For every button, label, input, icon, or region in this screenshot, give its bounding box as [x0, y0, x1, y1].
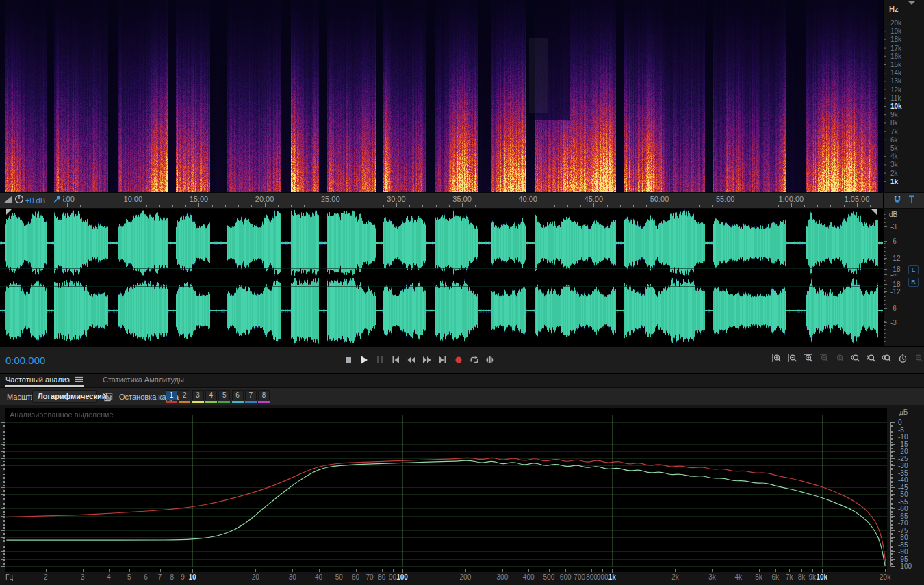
hz-scale-label: 13k [890, 77, 901, 85]
scale-menu-arrow-icon[interactable] [908, 1, 915, 5]
timeline-scale[interactable]: 5:0010:0015:0020:0025:0030:0035:0040:004… [0, 193, 883, 208]
panel-menu-icon[interactable] [75, 376, 83, 384]
zoom-in-horizontal-icon [771, 353, 782, 367]
tab-frequency-analysis[interactable]: Частотный анализ [5, 376, 83, 384]
timeline-label: 1:05:00 [845, 195, 870, 203]
transport-buttons [341, 353, 497, 367]
selection-handle-left[interactable] [6, 209, 12, 215]
zoom-full-icon [834, 353, 845, 367]
timeline-tick [726, 203, 726, 207]
zoom-in-vertical-icon [803, 353, 814, 367]
zoom-in-vertical-button[interactable] [801, 353, 815, 367]
db-axis-label: -20 [898, 447, 908, 455]
analyzed-selection-label: Анализированное выделение [10, 411, 114, 419]
playhead-jump-button[interactable] [483, 353, 497, 367]
hz-axis-label: 8 [170, 573, 175, 581]
hz-axis-label: 50 [335, 573, 343, 581]
loop-playback-button[interactable] [467, 353, 481, 367]
db-axis-label: -100 [898, 562, 912, 570]
channel-button-r[interactable]: R [908, 278, 919, 287]
timeline-tick [607, 205, 608, 207]
play-button[interactable] [357, 353, 371, 367]
pin-icon[interactable] [53, 194, 62, 207]
tab-amplitude-statistics[interactable]: Статистика Амплитуды [103, 376, 184, 384]
rewind-button[interactable] [404, 353, 418, 367]
timeline-tick [462, 203, 463, 207]
zoom-out-point-button[interactable] [864, 353, 878, 367]
skip-to-end-button[interactable] [435, 353, 450, 367]
hz-scale-label: 17k [890, 44, 901, 51]
timeline-tick [567, 205, 568, 207]
hz-scale-label: 8k [890, 119, 898, 127]
timeline-tick [383, 205, 384, 207]
timeline-tick [357, 205, 357, 207]
hz-axis-label: 3 [81, 573, 85, 581]
timeline-tick [475, 205, 476, 207]
stop-icon [343, 354, 354, 365]
zoom-in-horizontal-button[interactable] [769, 353, 784, 367]
fast-forward-icon [422, 354, 433, 365]
timeline-label: 55:00 [716, 195, 735, 203]
frame-color-bar [218, 401, 230, 403]
zoom-full-button[interactable] [832, 353, 847, 367]
hz-axis-label: 400 [523, 573, 535, 581]
db-axis-label: -30 [898, 462, 908, 469]
db-axis-label: -50 [898, 491, 908, 498]
timeline-tick [370, 205, 370, 207]
zoom-last-button[interactable] [911, 353, 924, 367]
hz-scale-label: 6k [890, 135, 898, 143]
hz-scale-label: 4k [890, 153, 898, 160]
gain-unit: dB [36, 196, 45, 205]
hz-axis-label: 200 [460, 573, 472, 581]
copy-data-icon[interactable] [102, 391, 114, 403]
time-display[interactable]: 0:00.000 [5, 354, 45, 366]
hz-axis-label: 9k [808, 573, 816, 581]
timeline-tick [251, 205, 252, 207]
magnet-icon[interactable] [893, 194, 902, 207]
stop-button[interactable] [341, 353, 355, 367]
selection-handle-right[interactable] [871, 209, 877, 215]
waveform-display[interactable] [0, 209, 883, 346]
divider [49, 195, 49, 206]
frame-stop-button-6[interactable]: 6 [232, 390, 244, 400]
hz-axis-label: 4 [107, 573, 111, 581]
fast-forward-button[interactable] [420, 353, 434, 367]
zoom-out-vertical-button[interactable] [817, 353, 831, 367]
skip-to-start-button[interactable] [388, 353, 402, 367]
frequency-scale[interactable]: Hz 20k19k18k17k16k15k14k13k12k11k10k9k8k… [883, 0, 924, 192]
frame-stop-button-1[interactable]: 1 [166, 390, 177, 400]
scale-dropdown[interactable]: Логарифмический [32, 390, 97, 403]
frame-stop-button-3[interactable]: 3 [192, 390, 204, 400]
spectrogram-display[interactable] [0, 0, 883, 192]
db-axis-label: -25 [898, 454, 908, 462]
zoom-in-point-button[interactable] [848, 353, 862, 367]
pause-button[interactable] [372, 353, 387, 367]
frame-color-bar [192, 401, 204, 403]
zoom-out-horizontal-button[interactable] [785, 353, 799, 367]
frame-color-bar [232, 401, 244, 403]
frequency-plot[interactable] [5, 408, 887, 572]
marker-icon[interactable] [908, 194, 916, 207]
record-button[interactable] [451, 353, 465, 367]
frame-stop-button-8[interactable]: 8 [258, 390, 270, 400]
zoom-out-vertical-icon [819, 353, 830, 367]
fade-envelope-icon[interactable] [3, 194, 12, 207]
timeline-tick [291, 205, 292, 207]
timeline-tick [212, 205, 213, 207]
amplitude-scale[interactable]: dB -3-6-12-18-∞-18-12-6-3 LR [883, 209, 924, 346]
frame-stop-button-7[interactable]: 7 [245, 390, 257, 400]
gain-value[interactable]: +0 [25, 196, 34, 205]
hz-axis-label: 2k [671, 573, 679, 581]
channel-button-l[interactable]: L [908, 265, 919, 274]
timeline-ruler[interactable]: +0 dB 5:0010:0015:0020:0025:0030:0035:00… [0, 192, 924, 209]
timeline-label: 20:00 [255, 195, 274, 203]
record-icon [453, 354, 464, 365]
zoom-selection-button[interactable] [880, 353, 894, 367]
gain-knob-icon[interactable] [14, 194, 24, 207]
frame-stop-button-4[interactable]: 4 [205, 390, 217, 400]
zoom-reset-button[interactable] [895, 353, 910, 367]
scale-dropdown-value: Логарифмический [38, 391, 107, 402]
timeline-tick [660, 203, 660, 207]
frame-stop-button-2[interactable]: 2 [179, 390, 190, 400]
frame-stop-button-5[interactable]: 5 [218, 390, 230, 400]
